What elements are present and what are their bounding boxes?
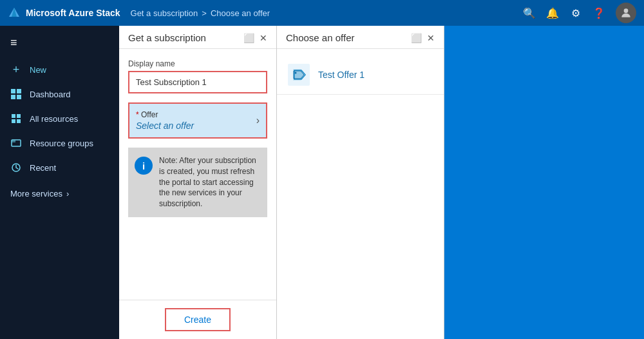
offer-name-test-offer-1: Test Offer 1 — [318, 70, 365, 80]
offer-chevron-icon: › — [256, 115, 260, 126]
choose-offer-panel: Choose an offer ⬜ ✕ — [277, 26, 444, 339]
svg-rect-7 — [12, 114, 15, 118]
brand: Microsoft Azure Stack — [8, 6, 120, 19]
close-icon[interactable]: ✕ — [260, 33, 267, 43]
sidebar: ≡ + New Dashboard All resources — [0, 26, 119, 339]
offer-label: Offer — [136, 110, 194, 119]
panel-footer: Create — [119, 300, 276, 339]
svg-rect-6 — [17, 95, 21, 99]
azure-logo — [8, 6, 21, 19]
display-name-label: Display name — [128, 59, 267, 68]
right-panel-header: Choose an offer ⬜ ✕ — [277, 26, 444, 49]
panel-header-icons: ⬜ ✕ — [243, 33, 267, 43]
display-name-wrapper — [128, 71, 267, 93]
right-panel-header-icons: ⬜ ✕ — [411, 33, 435, 43]
svg-rect-5 — [11, 95, 15, 99]
svg-rect-9 — [12, 119, 15, 123]
svg-rect-12 — [12, 140, 15, 142]
sidebar-item-recent[interactable]: Recent — [0, 155, 119, 180]
new-icon: + — [10, 64, 22, 75]
info-text: Note: After your subscription is created… — [159, 155, 261, 209]
recent-icon — [10, 162, 22, 173]
minimize-icon[interactable]: ⬜ — [243, 33, 254, 43]
breadcrumb: Get a subscription > Choose an offer — [131, 8, 519, 18]
offer-selector[interactable]: Offer Select an offer › — [128, 102, 267, 139]
help-button[interactable]: ❓ — [589, 3, 609, 23]
right-panel-title: Choose an offer — [286, 32, 354, 43]
right-panel-body: Test Offer 1 — [277, 49, 444, 339]
display-name-input[interactable] — [131, 73, 265, 91]
sidebar-item-resource-groups[interactable]: Resource groups — [0, 131, 119, 155]
info-box: i Note: After your subscription is creat… — [128, 148, 267, 217]
settings-button[interactable]: ⚙ — [565, 3, 586, 23]
panel-title: Get a subscription — [128, 32, 206, 43]
offer-placeholder-text: Select an offer — [136, 121, 194, 131]
chevron-right-icon: › — [66, 189, 69, 199]
svg-rect-4 — [17, 89, 21, 93]
sidebar-new-label: New — [30, 65, 46, 75]
right-close-icon[interactable]: ✕ — [427, 33, 435, 43]
sidebar-dashboard-label: Dashboard — [30, 90, 71, 99]
breadcrumb-step1[interactable]: Get a subscription — [131, 8, 198, 18]
get-subscription-panel: Get a subscription ⬜ ✕ Display name — [119, 26, 277, 339]
svg-rect-10 — [17, 119, 21, 123]
sidebar-item-dashboard[interactable]: Dashboard — [0, 82, 119, 106]
panel-header: Get a subscription ⬜ ✕ — [119, 26, 276, 49]
breadcrumb-separator: > — [202, 8, 207, 18]
search-button[interactable]: 🔍 — [519, 3, 540, 23]
content-area: Get a subscription ⬜ ✕ Display name — [119, 26, 644, 339]
offer-tag-icon — [287, 63, 310, 86]
info-icon: i — [135, 157, 153, 175]
far-right-area — [444, 26, 644, 339]
resource-groups-icon — [10, 137, 22, 149]
svg-point-16 — [295, 72, 297, 74]
sidebar-item-all-resources[interactable]: All resources — [0, 106, 119, 131]
all-resources-icon — [10, 113, 22, 124]
bell-button[interactable]: 🔔 — [542, 3, 563, 23]
topbar: Microsoft Azure Stack Get a subscription… — [0, 0, 644, 26]
panel-body: Display name Offer Select an offer › i — [119, 49, 276, 300]
main-layout: ≡ + New Dashboard All resources — [0, 26, 644, 339]
sidebar-resource-groups-label: Resource groups — [30, 139, 93, 148]
dashboard-icon — [10, 88, 22, 100]
avatar[interactable] — [616, 3, 636, 23]
svg-point-2 — [624, 8, 629, 13]
breadcrumb-step2: Choose an offer — [211, 8, 270, 18]
display-name-field-group: Display name — [128, 59, 267, 93]
offer-item-test-offer-1[interactable]: Test Offer 1 — [277, 55, 444, 95]
sidebar-item-new[interactable]: + New — [0, 57, 119, 82]
right-minimize-icon[interactable]: ⬜ — [411, 33, 422, 43]
topbar-actions: 🔍 🔔 ⚙ ❓ — [519, 3, 636, 23]
sidebar-all-resources-label: All resources — [30, 114, 78, 124]
offer-selector-content: Offer Select an offer — [136, 110, 194, 131]
more-services-label: More services — [10, 189, 62, 199]
brand-label: Microsoft Azure Stack — [26, 8, 120, 18]
create-button[interactable]: Create — [165, 308, 231, 331]
sidebar-more-services[interactable]: More services › — [0, 182, 119, 205]
sidebar-recent-label: Recent — [30, 163, 56, 173]
svg-rect-3 — [11, 89, 15, 93]
svg-rect-8 — [17, 114, 21, 118]
hamburger-button[interactable]: ≡ — [0, 31, 119, 55]
